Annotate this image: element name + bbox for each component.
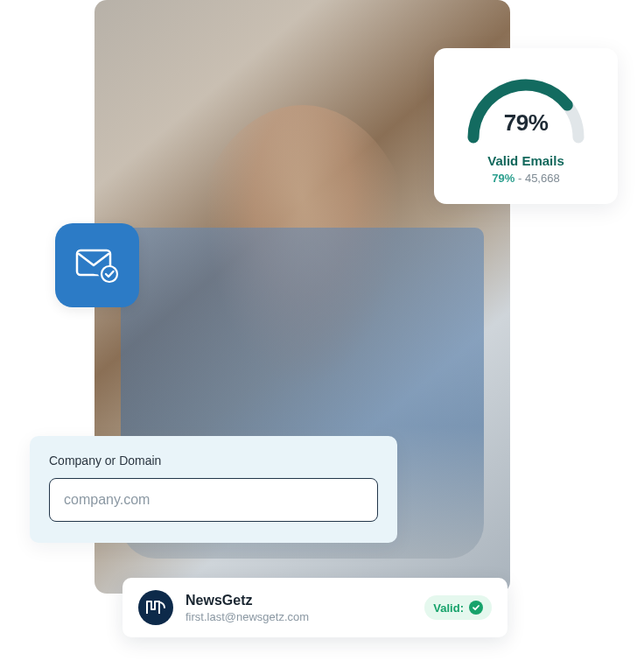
gauge-value: 79% bbox=[456, 109, 596, 137]
search-label: Company or Domain bbox=[49, 454, 378, 468]
result-company-name: NewsGetz bbox=[186, 592, 424, 608]
company-domain-input[interactable] bbox=[49, 478, 378, 522]
company-logo bbox=[138, 590, 173, 625]
search-card: Company or Domain bbox=[30, 436, 397, 543]
gauge-card: 79% Valid Emails 79% - 45,668 bbox=[434, 48, 618, 204]
svg-point-1 bbox=[102, 266, 117, 282]
result-email: first.last@newsgetz.com bbox=[186, 610, 424, 623]
gauge-subtext: 79% - 45,668 bbox=[450, 172, 602, 185]
result-card[interactable]: NewsGetz first.last@newsgetz.com Valid: bbox=[122, 578, 508, 637]
valid-label: Valid: bbox=[433, 601, 464, 615]
valid-badge: Valid: bbox=[424, 595, 492, 620]
gauge-sub-sep: - bbox=[514, 172, 525, 185]
gauge: 79% bbox=[456, 67, 596, 146]
gauge-sub-pct: 79% bbox=[492, 172, 514, 185]
check-circle-icon bbox=[469, 601, 483, 615]
gauge-sub-count: 45,668 bbox=[525, 172, 560, 185]
gauge-title: Valid Emails bbox=[450, 153, 602, 168]
mail-verified-icon bbox=[55, 223, 139, 307]
